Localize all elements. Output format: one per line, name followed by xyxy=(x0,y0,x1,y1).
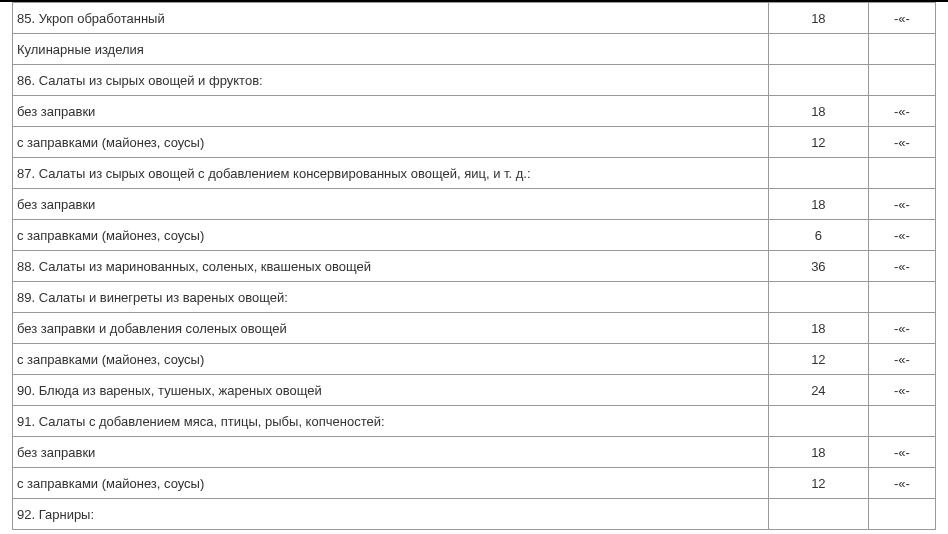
section-header-cell: Кулинарные изделия xyxy=(13,34,769,65)
item-name-cell: 87. Салаты из сырых овощей с добавлением… xyxy=(13,158,769,189)
item-value-cell xyxy=(768,65,868,96)
document-page: 85. Укроп обработанный 18 -«- Кулинарные… xyxy=(0,0,948,534)
item-mark-cell: -«- xyxy=(868,313,935,344)
item-name-cell: 91. Салаты с добавлением мяса, птицы, ры… xyxy=(13,406,769,437)
table-row: 85. Укроп обработанный 18 -«- xyxy=(13,3,936,34)
item-value-cell: 6 xyxy=(768,220,868,251)
table-row: 88. Салаты из маринованных, соленых, ква… xyxy=(13,251,936,282)
item-value-cell: 18 xyxy=(768,96,868,127)
item-value-cell: 36 xyxy=(768,251,868,282)
item-name-cell: 86. Салаты из сырых овощей и фруктов: xyxy=(13,65,769,96)
item-mark-cell: -«- xyxy=(868,468,935,499)
item-value-cell xyxy=(768,406,868,437)
item-mark-cell: -«- xyxy=(868,344,935,375)
item-name-cell: с заправками (майонез, соусы) xyxy=(13,468,769,499)
item-mark-cell xyxy=(868,499,935,530)
item-mark-cell: -«- xyxy=(868,251,935,282)
item-name-cell: без заправки xyxy=(13,96,769,127)
item-name-cell: с заправками (майонез, соусы) xyxy=(13,344,769,375)
item-mark-cell: -«- xyxy=(868,3,935,34)
item-value-cell: 12 xyxy=(768,468,868,499)
item-mark-cell xyxy=(868,158,935,189)
item-value-cell: 18 xyxy=(768,3,868,34)
table-row: 86. Салаты из сырых овощей и фруктов: xyxy=(13,65,936,96)
table-row: 87. Салаты из сырых овощей с добавлением… xyxy=(13,158,936,189)
item-name-cell: 92. Гарниры: xyxy=(13,499,769,530)
item-value-cell: 18 xyxy=(768,313,868,344)
item-name-cell: 85. Укроп обработанный xyxy=(13,3,769,34)
item-mark-cell: -«- xyxy=(868,375,935,406)
item-name-cell: 88. Салаты из маринованных, соленых, ква… xyxy=(13,251,769,282)
table-row: 90. Блюда из вареных, тушеных, жареных о… xyxy=(13,375,936,406)
table-row: 92. Гарниры: xyxy=(13,499,936,530)
item-name-cell: без заправки и добавления соленых овощей xyxy=(13,313,769,344)
item-mark-cell xyxy=(868,34,935,65)
table-row: без заправки 18 -«- xyxy=(13,96,936,127)
table-row: с заправками (майонез, соусы) 12 -«- xyxy=(13,344,936,375)
item-value-cell: 12 xyxy=(768,344,868,375)
item-value-cell: 18 xyxy=(768,437,868,468)
item-value-cell xyxy=(768,34,868,65)
item-name-cell: с заправками (майонез, соусы) xyxy=(13,127,769,158)
item-value-cell xyxy=(768,282,868,313)
table-row: с заправками (майонез, соусы) 12 -«- xyxy=(13,468,936,499)
table-row: без заправки и добавления соленых овощей… xyxy=(13,313,936,344)
item-name-cell: 90. Блюда из вареных, тушеных, жареных о… xyxy=(13,375,769,406)
table-row: с заправками (майонез, соусы) 12 -«- xyxy=(13,127,936,158)
item-name-cell: без заправки xyxy=(13,437,769,468)
item-mark-cell xyxy=(868,406,935,437)
table-row: Кулинарные изделия xyxy=(13,34,936,65)
table-row: без заправки 18 -«- xyxy=(13,189,936,220)
item-mark-cell: -«- xyxy=(868,437,935,468)
item-value-cell xyxy=(768,499,868,530)
item-value-cell: 18 xyxy=(768,189,868,220)
item-name-cell: с заправками (майонез, соусы) xyxy=(13,220,769,251)
table-row: 91. Салаты с добавлением мяса, птицы, ры… xyxy=(13,406,936,437)
table-row: с заправками (майонез, соусы) 6 -«- xyxy=(13,220,936,251)
item-mark-cell: -«- xyxy=(868,220,935,251)
table-row: без заправки 18 -«- xyxy=(13,437,936,468)
item-name-cell: без заправки xyxy=(13,189,769,220)
table-row: 89. Салаты и винегреты из вареных овощей… xyxy=(13,282,936,313)
item-mark-cell: -«- xyxy=(868,96,935,127)
item-mark-cell xyxy=(868,282,935,313)
item-value-cell xyxy=(768,158,868,189)
item-mark-cell: -«- xyxy=(868,189,935,220)
storage-table: 85. Укроп обработанный 18 -«- Кулинарные… xyxy=(12,2,936,530)
item-mark-cell: -«- xyxy=(868,127,935,158)
item-value-cell: 12 xyxy=(768,127,868,158)
item-name-cell: 89. Салаты и винегреты из вареных овощей… xyxy=(13,282,769,313)
item-value-cell: 24 xyxy=(768,375,868,406)
item-mark-cell xyxy=(868,65,935,96)
